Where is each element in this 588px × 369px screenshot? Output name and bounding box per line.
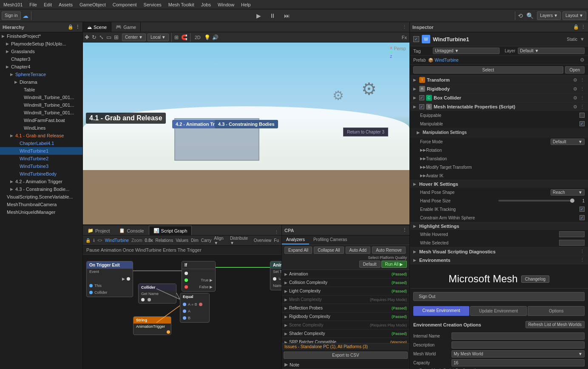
- expand-icon[interactable]: <>: [97, 238, 102, 243]
- tab-scene[interactable]: ⛰ Scene: [83, 22, 111, 32]
- hierarchy-item[interactable]: MeshThumbnailCamera: [0, 201, 82, 208]
- note-row[interactable]: ▶ Note: [282, 360, 409, 369]
- expand-all-btn[interactable]: Expand All: [284, 247, 312, 254]
- transform-settings-icon[interactable]: ⚙: [573, 77, 577, 83]
- tab-script-graph[interactable]: 📊 Script Graph: [149, 226, 192, 235]
- tb-fu[interactable]: Fu: [274, 238, 279, 243]
- hierarchy-item[interactable]: ▶Diorama: [0, 78, 82, 86]
- obj-active-checkbox[interactable]: ✓: [413, 36, 419, 42]
- cpa-check-row[interactable]: ▶ Reflection Probes (Passed): [282, 304, 409, 312]
- changelog-button[interactable]: Changelog: [521, 275, 549, 283]
- rigidbody-settings-icon[interactable]: ⚙: [573, 86, 577, 92]
- hand-pose-size-slider[interactable]: [498, 200, 575, 202]
- diagnostics-menu-icon[interactable]: ⋮: [580, 249, 585, 254]
- node-collider[interactable]: Collider Get Name: [138, 284, 176, 304]
- hierarchy-item[interactable]: Windmill_Turbine_001...: [0, 109, 82, 116]
- hierarchy-item[interactable]: WindLines: [0, 124, 82, 132]
- node-on-trigger-exit[interactable]: On Trigger Exit Event ▶ This: [86, 261, 133, 297]
- equippable-checkbox[interactable]: [579, 113, 585, 118]
- menu-edit[interactable]: Edit: [40, 0, 55, 9]
- tab-game[interactable]: 🎮 Game: [111, 22, 141, 32]
- env-tab-update[interactable]: Update Environment: [470, 306, 527, 316]
- export-csv-btn[interactable]: Export to CSV: [284, 352, 408, 359]
- node-equal[interactable]: Equal A = B A: [180, 293, 210, 323]
- layout-button[interactable]: Layout ▼: [562, 11, 586, 20]
- hierarchy-item[interactable]: ▶Chapter4: [0, 63, 82, 71]
- hierarchy-item[interactable]: VisualScripting.SceneVariable...: [0, 193, 82, 201]
- fx-btn[interactable]: Fx: [401, 35, 408, 40]
- run-all-btn[interactable]: Run All ▶: [381, 261, 407, 268]
- cpa-check-row[interactable]: ▶ SRP Batcher Compatible (Warning): [282, 338, 409, 343]
- hierarchy-menu-icon[interactable]: ⋮: [75, 24, 80, 30]
- manipulable-checkbox[interactable]: ✓: [579, 121, 585, 126]
- menu-jobs[interactable]: Jobs: [198, 0, 214, 9]
- menu-window[interactable]: Window: [214, 0, 238, 9]
- hierarchy-item[interactable]: ▶FinishedProject*: [0, 32, 82, 40]
- hierarchy-item[interactable]: ▶4.2 - Animation Trigger: [0, 178, 82, 185]
- select-button[interactable]: Select: [413, 66, 563, 74]
- gizmo-icon-rect[interactable]: ▭: [106, 34, 111, 40]
- rigidbody-menu-icon[interactable]: ⋮: [580, 86, 585, 92]
- inspector-lock-icon[interactable]: 🔒: [573, 24, 579, 30]
- light-icon[interactable]: 💡: [204, 34, 210, 40]
- tb-relations[interactable]: Relations: [155, 238, 173, 243]
- audio-icon[interactable]: 🔊: [212, 34, 219, 40]
- menu-services[interactable]: Services: [140, 0, 165, 9]
- tb-values[interactable]: Values: [176, 238, 188, 243]
- sign-in-button[interactable]: Sign in: [2, 11, 21, 20]
- hierarchy-item[interactable]: ▶4.3 - Constraining Bodie...: [0, 185, 82, 193]
- env-tab-create[interactable]: Create Environment: [413, 306, 469, 316]
- hierarchy-item[interactable]: ▶4.1 - Grab and Release: [0, 132, 82, 139]
- menu-assets[interactable]: Assets: [55, 0, 76, 9]
- cpa-check-row[interactable]: ▶ Rigidbody Complexity (Passed): [282, 312, 409, 321]
- menu-component[interactable]: Component: [109, 0, 140, 9]
- static-dropdown-icon[interactable]: ▼: [580, 37, 585, 42]
- cpa-menu-icon[interactable]: ⋮: [402, 227, 407, 233]
- highlight-settings-header[interactable]: Highlight Settings: [410, 222, 588, 230]
- gizmo-icon-move[interactable]: ✚: [85, 34, 89, 40]
- comp-rigidbody-header[interactable]: R Rigidbody ⚙ ⋮: [410, 85, 588, 93]
- tb-overview[interactable]: Overview: [254, 238, 272, 243]
- comp-box-collider-header[interactable]: ✓ C Box Collider ⚙ ⋮: [410, 94, 588, 102]
- auto-add-btn[interactable]: Auto Add: [346, 247, 371, 254]
- pause-button[interactable]: ⏸: [268, 12, 277, 19]
- 2d-toggle[interactable]: 2D: [193, 35, 202, 40]
- hierarchy-item[interactable]: WindTurbine1: [0, 147, 82, 155]
- menu-gameobject[interactable]: GameObject: [76, 0, 109, 9]
- tag-select[interactable]: Untagged ▼: [433, 48, 500, 54]
- box-collider-settings-icon[interactable]: ⚙: [573, 95, 577, 101]
- tb-align[interactable]: Align ▼: [214, 236, 227, 245]
- collapse-all-btn[interactable]: Collapse All: [314, 247, 344, 254]
- script-canvas[interactable]: On Trigger Exit Event ▶ This: [83, 255, 281, 369]
- enable-ik-tracking-checkbox[interactable]: ✓: [579, 207, 585, 212]
- hierarchy-item[interactable]: WindFarmFast.boat: [0, 116, 82, 124]
- description-input[interactable]: [452, 341, 585, 349]
- while-selected-value[interactable]: [559, 240, 585, 246]
- viewport[interactable]: ⚙ ⚙ 4.1 - Grab and Release 4.2 - Animati…: [83, 43, 409, 224]
- capacity-input[interactable]: [452, 359, 585, 366]
- tb-dim[interactable]: Dim: [191, 238, 199, 243]
- tb-distribute[interactable]: Distribute ▼: [230, 236, 251, 245]
- hierarchy-item[interactable]: WindTurbine2: [0, 155, 82, 162]
- gizmo-icon-transform[interactable]: ⊞: [114, 34, 119, 40]
- snapping-icon[interactable]: 🧲: [181, 34, 187, 40]
- comp-mesh-interactable-header[interactable]: ✓ S Mesh Interactable Properties (Script…: [410, 102, 588, 111]
- environments-menu-icon[interactable]: ⋮: [580, 257, 585, 263]
- comp-transform-header[interactable]: T Transform ⚙ ⋮: [410, 76, 588, 84]
- environments-header[interactable]: Environments ⋮: [410, 256, 588, 264]
- auto-remove-btn[interactable]: Auto Remove: [372, 247, 406, 254]
- hierarchy-item[interactable]: ▶SphereTerrace: [0, 71, 82, 78]
- prefab-settings-icon[interactable]: ⚙: [580, 57, 585, 63]
- node-animator[interactable]: Animator Set Trigger ↳Windmill_Turbine_0…: [270, 261, 281, 290]
- hierarchy-item[interactable]: ▶PlaymodeSetup [NoUplo...: [0, 40, 82, 48]
- history-icon[interactable]: ⟲: [518, 12, 523, 19]
- grid-icon[interactable]: ⊞: [174, 34, 179, 40]
- cpa-check-row[interactable]: ▶ Mesh Complexity (Requires Play Mode): [282, 295, 409, 304]
- tb-carry[interactable]: Carry: [201, 238, 211, 243]
- constrain-sphere-checkbox[interactable]: ✓: [579, 215, 585, 220]
- layer-select[interactable]: Default ▼: [518, 48, 585, 54]
- mesh-scripting-diagnostics-header[interactable]: Mesh Visual Scripting Diagnostics ⋮: [410, 247, 588, 255]
- node-string[interactable]: String AnimationTrigger: [133, 316, 171, 335]
- play-button[interactable]: ▶: [255, 12, 263, 19]
- cpa-tab-analyzers[interactable]: Analyzers: [282, 236, 309, 244]
